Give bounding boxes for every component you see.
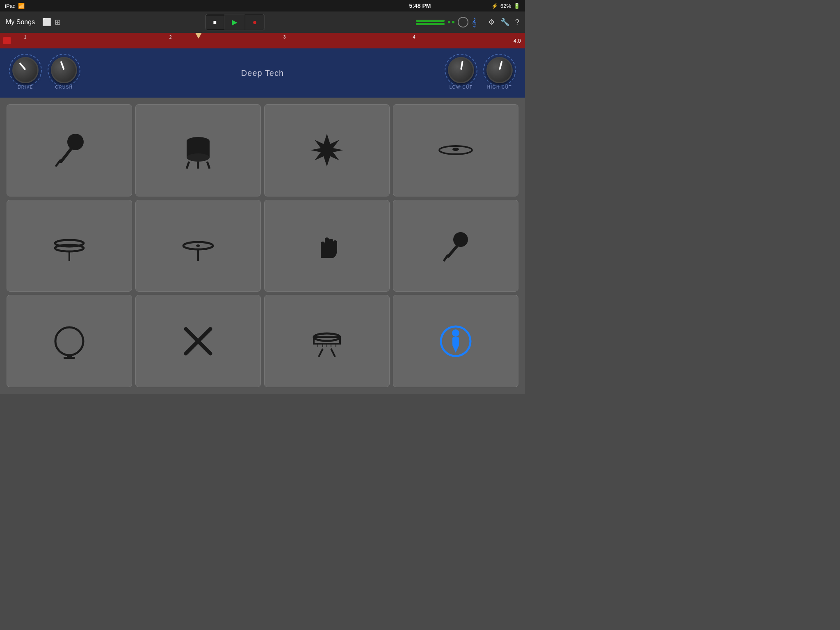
svg-line-8 bbox=[207, 162, 210, 169]
svg-line-6 bbox=[187, 162, 189, 169]
drum-pad-cross-sticks[interactable] bbox=[135, 295, 261, 387]
svg-point-21 bbox=[55, 327, 83, 355]
drum-pad-active[interactable] bbox=[393, 295, 518, 387]
svg-line-20 bbox=[444, 256, 447, 260]
drum-pad-bass-drum[interactable] bbox=[135, 104, 261, 196]
play-button[interactable]: ▶ bbox=[224, 14, 245, 30]
battery-icon: 🔋 bbox=[514, 3, 520, 9]
drum-pad-maracas[interactable] bbox=[7, 104, 132, 196]
svg-marker-9 bbox=[310, 134, 343, 167]
level-bar-top bbox=[416, 20, 445, 22]
level-bar-bottom bbox=[416, 23, 445, 25]
view-icons: ⬜ ⊞ bbox=[42, 18, 61, 27]
svg-rect-38 bbox=[452, 337, 459, 345]
drum-pad-shaker[interactable] bbox=[393, 200, 518, 292]
time-display: 4.0 bbox=[514, 38, 521, 44]
right-icons: ⚙ 🔧 ? bbox=[488, 18, 519, 27]
ruler-mark-3: 3 bbox=[283, 34, 286, 39]
svg-line-35 bbox=[331, 349, 335, 357]
ruler-mark-1: 1 bbox=[24, 34, 27, 39]
level-dots bbox=[448, 21, 454, 23]
ruler-mark-2: 2 bbox=[169, 34, 171, 39]
mixer-icon[interactable]: ⚙ bbox=[488, 18, 495, 27]
svg-point-0 bbox=[67, 134, 84, 150]
crush-knob-group: CRUSH bbox=[51, 57, 77, 89]
grid-view-icon[interactable]: ⊞ bbox=[55, 18, 61, 27]
device-label: iPad bbox=[5, 3, 16, 9]
drum-pad-explosion[interactable] bbox=[264, 104, 390, 196]
stop-button[interactable]: ■ bbox=[205, 16, 224, 29]
level-dot-1 bbox=[448, 21, 450, 23]
svg-line-2 bbox=[56, 160, 60, 166]
highcut-knob[interactable] bbox=[486, 57, 513, 83]
instrument-panel: DRIVE CRUSH Deep Tech LOW CUT HIGH CUT bbox=[0, 48, 525, 98]
master-volume-circle[interactable] bbox=[458, 17, 468, 27]
settings-icon[interactable]: 🔧 bbox=[500, 18, 509, 27]
preset-name[interactable]: Deep Tech bbox=[89, 68, 436, 78]
svg-point-5 bbox=[187, 153, 210, 162]
status-right: ⚡ 62% 🔋 bbox=[491, 3, 520, 9]
drive-knob-group: DRIVE bbox=[12, 57, 39, 89]
ruler-mark-4: 4 bbox=[413, 34, 415, 39]
level-dot-2 bbox=[452, 21, 454, 23]
drum-pad-hand-stop[interactable] bbox=[264, 200, 390, 292]
crush-knob[interactable] bbox=[51, 57, 77, 83]
level-bars bbox=[416, 20, 445, 25]
svg-line-19 bbox=[448, 246, 457, 256]
timeline[interactable]: 1 2 3 4 4.0 bbox=[0, 33, 525, 48]
status-left: iPad 📶 bbox=[5, 3, 25, 9]
drum-pad-open-hihat[interactable] bbox=[7, 200, 132, 292]
drive-knob[interactable] bbox=[12, 57, 39, 83]
metronome-icon[interactable]: 𝄞 bbox=[472, 18, 477, 27]
record-button[interactable]: ● bbox=[245, 15, 265, 30]
transport-controls: ■ ▶ ● bbox=[205, 14, 265, 30]
my-songs-button[interactable]: My Songs bbox=[6, 18, 35, 26]
top-nav: My Songs ⬜ ⊞ ■ ▶ ● 𝄞 ⚙ 🔧 ? bbox=[0, 11, 525, 33]
right-knobs: LOW CUT HIGH CUT bbox=[448, 57, 513, 89]
status-bar: iPad 📶 5:48 PM ⚡ 62% 🔋 bbox=[0, 0, 525, 11]
drum-pad-grid bbox=[0, 98, 525, 394]
svg-point-11 bbox=[452, 148, 459, 151]
battery-percent: 62% bbox=[500, 3, 511, 9]
level-area: 𝄞 bbox=[416, 17, 477, 27]
svg-point-37 bbox=[452, 329, 459, 337]
bluetooth-icon: ⚡ bbox=[491, 3, 498, 9]
drum-pad-ride-cymbal[interactable] bbox=[393, 104, 518, 196]
wifi-icon: 📶 bbox=[18, 3, 25, 9]
playhead[interactable] bbox=[195, 33, 202, 39]
svg-line-34 bbox=[319, 349, 323, 357]
lowcut-knob-group: LOW CUT bbox=[448, 57, 474, 89]
list-view-icon[interactable]: ⬜ bbox=[42, 18, 51, 27]
help-icon[interactable]: ? bbox=[515, 18, 519, 27]
svg-point-18 bbox=[453, 232, 468, 247]
status-time: 5:48 PM bbox=[409, 2, 431, 9]
drum-pad-closed-hihat[interactable] bbox=[135, 200, 261, 292]
svg-point-17 bbox=[196, 244, 200, 247]
svg-marker-39 bbox=[452, 345, 459, 353]
highcut-knob-group: HIGH CUT bbox=[486, 57, 513, 89]
svg-line-1 bbox=[61, 148, 71, 162]
lowcut-knob[interactable] bbox=[448, 57, 474, 83]
drum-pad-snare[interactable] bbox=[264, 295, 390, 387]
svg-point-13 bbox=[55, 245, 84, 251]
drum-pad-gong[interactable] bbox=[7, 295, 132, 387]
timeline-ruler: 1 2 3 4 bbox=[3, 33, 522, 48]
svg-rect-23 bbox=[64, 357, 75, 359]
